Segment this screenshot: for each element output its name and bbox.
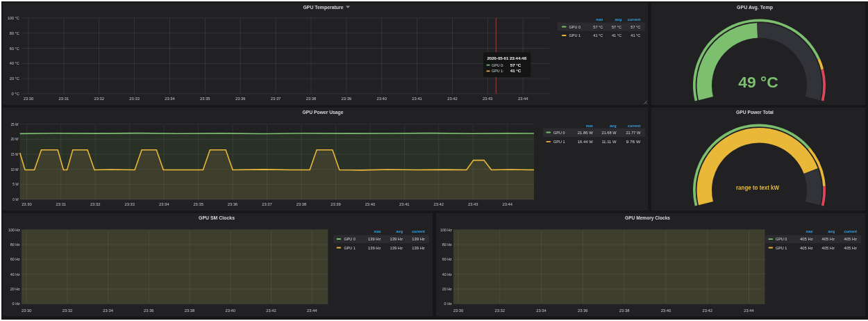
svg-text:15 W: 15 W: [10, 152, 19, 156]
svg-text:405 Hz: 405 Hz: [800, 237, 813, 241]
svg-text:23:33: 23:33: [125, 202, 135, 206]
svg-text:20 Hz: 20 Hz: [442, 287, 452, 291]
svg-text:23:38: 23:38: [185, 308, 195, 313]
svg-text:current: current: [844, 229, 858, 233]
svg-text:23:42: 23:42: [434, 202, 444, 206]
svg-text:20 °C: 20 °C: [10, 76, 19, 81]
svg-text:41 °C: 41 °C: [510, 69, 521, 73]
svg-text:23:34: 23:34: [159, 202, 169, 206]
svg-text:57 °C: 57 °C: [510, 63, 521, 67]
svg-text:23:34: 23:34: [165, 97, 175, 101]
svg-text:139 Hz: 139 Hz: [390, 237, 403, 241]
svg-text:23:30: 23:30: [453, 308, 464, 313]
svg-text:11.11 W: 11.11 W: [602, 140, 617, 144]
svg-text:23:31: 23:31: [56, 202, 67, 206]
svg-text:23:40: 23:40: [226, 308, 236, 313]
svg-text:139 Hz: 139 Hz: [368, 246, 381, 250]
svg-text:23:30: 23:30: [22, 202, 32, 206]
svg-text:23:35: 23:35: [193, 202, 203, 206]
svg-text:23:31: 23:31: [59, 97, 69, 101]
svg-text:23:32: 23:32: [94, 97, 104, 101]
svg-text:23:34: 23:34: [536, 308, 546, 313]
svg-text:405 Hz: 405 Hz: [844, 237, 858, 241]
svg-text:23:32: 23:32: [62, 308, 73, 313]
svg-text:current: current: [412, 229, 425, 233]
svg-text:20 W: 20 W: [10, 137, 19, 141]
svg-text:100 Hz: 100 Hz: [8, 228, 20, 232]
svg-text:23:35: 23:35: [200, 97, 210, 101]
svg-text:23:44: 23:44: [307, 308, 317, 313]
svg-text:23:30: 23:30: [22, 308, 32, 313]
svg-text:max: max: [374, 229, 382, 233]
svg-text:0 W: 0 W: [12, 197, 19, 201]
svg-text:139 Hz: 139 Hz: [368, 237, 381, 241]
svg-text:GPU 0: GPU 0: [344, 237, 356, 241]
svg-text:current: current: [628, 124, 641, 128]
svg-text:current: current: [628, 17, 641, 22]
svg-text:21.68 W: 21.68 W: [602, 131, 617, 135]
svg-text:57 °C: 57 °C: [593, 25, 603, 29]
svg-text:139 Hz: 139 Hz: [412, 237, 425, 241]
svg-text:avg: avg: [397, 229, 403, 233]
svg-text:23:44: 23:44: [744, 308, 754, 313]
svg-text:23:33: 23:33: [129, 97, 140, 101]
svg-text:10 W: 10 W: [10, 167, 19, 172]
svg-text:23:36: 23:36: [144, 308, 154, 313]
svg-text:23:44: 23:44: [518, 97, 528, 101]
svg-text:23:43: 23:43: [468, 202, 478, 206]
svg-text:25 W: 25 W: [10, 122, 19, 126]
svg-text:100 °C: 100 °C: [8, 16, 19, 20]
svg-text:GPU 0:: GPU 0:: [492, 63, 504, 67]
svg-text:max: max: [586, 124, 594, 128]
svg-text:2020-05-01 23:44:48: 2020-05-01 23:44:48: [487, 56, 527, 60]
svg-text:GPU 0: GPU 0: [569, 25, 581, 29]
svg-text:23:40: 23:40: [661, 308, 671, 313]
svg-text:41 °C: 41 °C: [593, 33, 603, 38]
svg-text:23:36: 23:36: [235, 97, 246, 101]
svg-text:23:38: 23:38: [619, 308, 630, 313]
svg-text:405 Hz: 405 Hz: [844, 246, 858, 250]
svg-text:23:43: 23:43: [483, 97, 493, 101]
svg-text:23:37: 23:37: [262, 202, 272, 206]
svg-text:405 Hz: 405 Hz: [822, 237, 835, 241]
svg-text:57 °C: 57 °C: [631, 25, 640, 29]
svg-text:avg: avg: [610, 124, 617, 128]
svg-text:80 Hz: 80 Hz: [442, 242, 452, 247]
svg-text:GPU Power Usage: GPU Power Usage: [303, 109, 344, 115]
svg-text:23:36: 23:36: [228, 202, 238, 206]
svg-text:23:38: 23:38: [306, 97, 317, 101]
svg-text:40 °C: 40 °C: [10, 61, 19, 65]
svg-text:405 Hz: 405 Hz: [800, 246, 813, 250]
svg-text:23:36: 23:36: [578, 308, 588, 313]
svg-text:23:40: 23:40: [376, 97, 387, 101]
svg-text:0 °C: 0 °C: [12, 92, 19, 96]
svg-text:GPU 1:: GPU 1:: [492, 69, 504, 73]
svg-text:GPU Avg. Temp: GPU Avg. Temp: [737, 4, 773, 10]
svg-text:57 °C: 57 °C: [612, 25, 621, 29]
svg-text:41 °C: 41 °C: [631, 33, 640, 38]
svg-text:avg: avg: [828, 229, 835, 233]
svg-text:49 °C: 49 °C: [738, 74, 778, 91]
svg-text:23:38: 23:38: [297, 202, 307, 206]
svg-text:23:42: 23:42: [702, 308, 712, 313]
svg-text:23:42: 23:42: [447, 97, 458, 101]
svg-text:5 W: 5 W: [12, 182, 19, 186]
svg-text:GPU 0: GPU 0: [776, 237, 787, 241]
svg-text:max: max: [596, 17, 603, 22]
svg-text:60 Hz: 60 Hz: [442, 257, 452, 261]
svg-text:range to text kW: range to text kW: [736, 184, 780, 191]
svg-text:GPU SM Clocks: GPU SM Clocks: [199, 215, 235, 221]
svg-text:GPU 1: GPU 1: [776, 246, 787, 250]
svg-text:23:39: 23:39: [331, 202, 341, 206]
svg-text:23:41: 23:41: [399, 202, 410, 206]
svg-text:40 Hz: 40 Hz: [442, 272, 452, 277]
svg-text:23:32: 23:32: [495, 308, 506, 313]
svg-text:139 Hz: 139 Hz: [412, 246, 425, 250]
svg-text:GPU 1: GPU 1: [344, 246, 356, 250]
svg-text:23:41: 23:41: [412, 97, 422, 101]
svg-text:GPU 1: GPU 1: [553, 140, 565, 144]
svg-text:0 Hz: 0 Hz: [12, 302, 20, 306]
svg-text:80 Hz: 80 Hz: [10, 242, 20, 247]
svg-text:23:42: 23:42: [266, 308, 276, 313]
svg-text:60 °C: 60 °C: [10, 47, 19, 51]
